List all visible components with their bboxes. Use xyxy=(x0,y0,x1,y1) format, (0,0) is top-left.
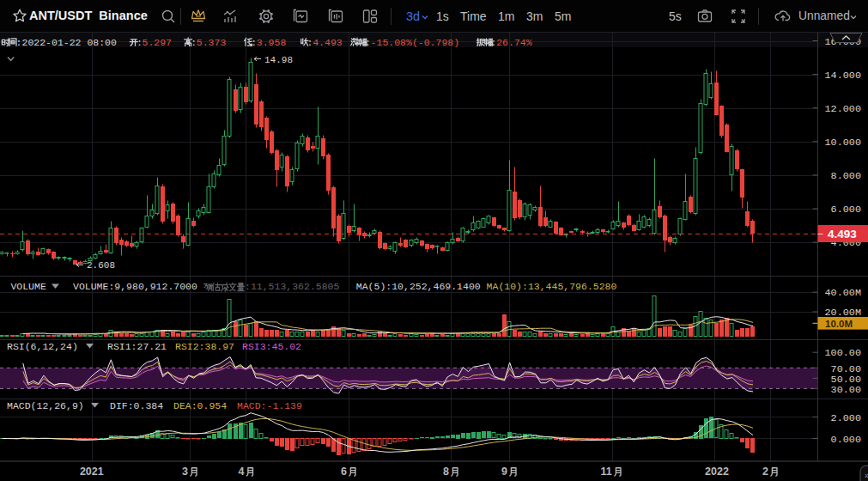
svg-text:VOLUME: VOLUME xyxy=(10,281,46,292)
svg-text:RSI1:27.21: RSI1:27.21 xyxy=(107,341,167,352)
svg-text:MA(10):13,445,796.5280: MA(10):13,445,796.5280 xyxy=(487,281,617,292)
svg-text:3.958: 3.958 xyxy=(257,37,287,48)
svg-text:DEA:0.954: DEA:0.954 xyxy=(173,400,227,411)
svg-text:5.373: 5.373 xyxy=(197,37,227,48)
svg-text:9: 9 xyxy=(501,466,507,478)
svg-text:4.493: 4.493 xyxy=(313,37,343,48)
svg-text:10.0M: 10.0M xyxy=(825,319,853,329)
svg-text:-15.08%(-0.798): -15.08%(-0.798) xyxy=(371,37,460,48)
svg-text:4.493: 4.493 xyxy=(828,228,857,240)
svg-text:10.000: 10.000 xyxy=(825,137,861,149)
svg-text:0.000: 0.000 xyxy=(831,434,861,446)
svg-text:6: 6 xyxy=(341,466,347,478)
svg-text:11: 11 xyxy=(600,466,611,478)
svg-text:5.297: 5.297 xyxy=(143,37,173,48)
svg-text:RSI(6,12,24): RSI(6,12,24) xyxy=(7,341,78,352)
svg-text:14.98: 14.98 xyxy=(264,55,293,65)
svg-text:MACD:-1.139: MACD:-1.139 xyxy=(237,400,302,411)
svg-text::11,513,362.5805: :11,513,362.5805 xyxy=(245,281,340,292)
svg-text:MA(5):10,252,469.1400: MA(5):10,252,469.1400 xyxy=(356,281,481,292)
svg-text:6.000: 6.000 xyxy=(831,204,861,216)
svg-text:3: 3 xyxy=(182,466,188,478)
svg-text:DIF:0.384: DIF:0.384 xyxy=(110,400,163,411)
svg-text:40.00M: 40.00M xyxy=(825,287,861,299)
svg-text:4: 4 xyxy=(239,466,245,478)
svg-text:RSI2:38.97: RSI2:38.97 xyxy=(175,341,234,352)
svg-text:MACD(12,26,9): MACD(12,26,9) xyxy=(7,400,84,411)
svg-text:VOLUME:9,980,912.7000: VOLUME:9,980,912.7000 xyxy=(73,281,197,292)
svg-text:»: » xyxy=(865,471,868,480)
svg-text:2.000: 2.000 xyxy=(831,412,861,424)
svg-text:2: 2 xyxy=(762,466,768,478)
svg-text:30.00: 30.00 xyxy=(831,384,861,396)
svg-text:2022: 2022 xyxy=(705,466,729,478)
svg-text:2021: 2021 xyxy=(80,466,104,478)
svg-text:2.608: 2.608 xyxy=(87,260,115,271)
svg-text:100.00: 100.00 xyxy=(825,347,861,359)
svg-text::2022-01-22 08:00: :2022-01-22 08:00 xyxy=(16,37,117,48)
svg-text:12.000: 12.000 xyxy=(825,103,861,115)
svg-text:8: 8 xyxy=(443,466,449,478)
svg-text:26.74%: 26.74% xyxy=(496,37,532,48)
svg-text:14.000: 14.000 xyxy=(825,70,861,82)
svg-text:RSI3:45.02: RSI3:45.02 xyxy=(242,341,301,352)
svg-text:8.000: 8.000 xyxy=(831,170,861,182)
